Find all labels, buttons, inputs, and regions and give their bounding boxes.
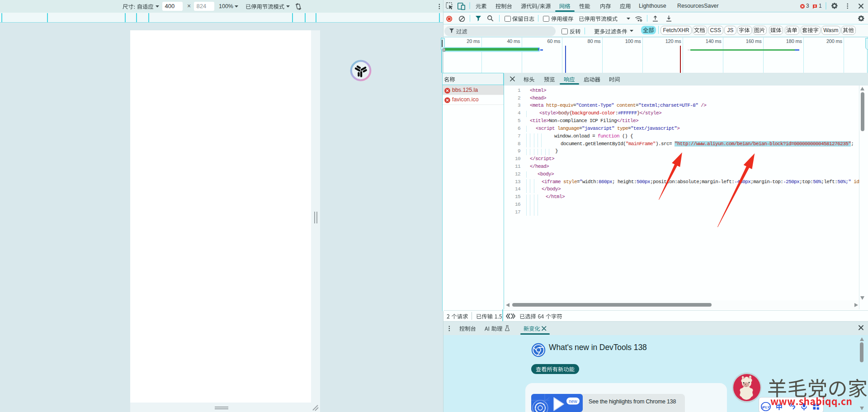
svg-text:iFLY: iFLY: [762, 405, 770, 409]
svg-text:new: new: [569, 399, 577, 404]
